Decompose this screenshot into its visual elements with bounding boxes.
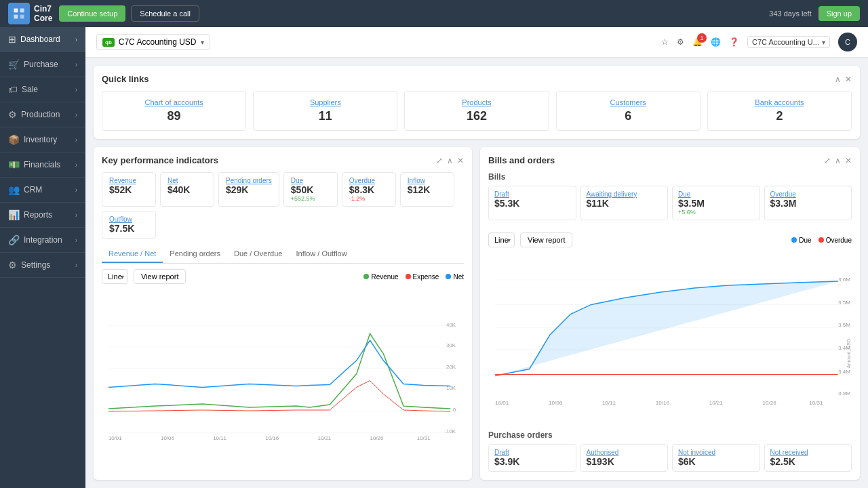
user-selector[interactable]: C7C Accounting U... ▾ <box>747 36 830 48</box>
quick-link-label[interactable]: Customers <box>564 98 693 106</box>
po-card-label[interactable]: Not invoiced <box>678 449 754 456</box>
kpi-tab-revenue-/-net[interactable]: Revenue / Net <box>102 245 163 263</box>
notification-bell[interactable]: 🔔 1 <box>692 37 703 47</box>
kpi-card-label[interactable]: Pending orders <box>226 177 272 184</box>
svg-text:10/26: 10/26 <box>370 435 384 441</box>
quick-link-label[interactable]: Chart of accounts <box>109 98 239 106</box>
kpi-card-value: $52K <box>109 184 149 195</box>
sidebar-item-crm[interactable]: 👥 CRM › <box>0 178 85 203</box>
kpi-tab-due-/-overdue[interactable]: Due / Overdue <box>227 245 290 263</box>
svg-text:10/06: 10/06 <box>161 435 174 441</box>
quick-link-label[interactable]: Products <box>412 98 541 106</box>
po-card: Not invoiced $6K <box>672 444 760 472</box>
kpi-cards: Revenue $52K Net $40K Pending orders $29… <box>102 172 464 239</box>
kpi-tab-pending-orders[interactable]: Pending orders <box>163 245 227 263</box>
sidebar-item-financials[interactable]: 💵 Financials › <box>0 152 85 178</box>
notification-count: 1 <box>697 33 707 43</box>
sidebar-item-label: CRM <box>24 185 42 195</box>
sidebar-item-integration[interactable]: 🔗 Integration › <box>0 228 85 253</box>
collapse-icon[interactable]: ∧ <box>835 75 841 84</box>
quick-link-value: 11 <box>260 109 390 123</box>
close-icon[interactable]: ✕ <box>845 75 852 84</box>
svg-text:10/16: 10/16 <box>265 435 279 441</box>
legend-dot <box>363 274 369 279</box>
settings-icon[interactable]: ⚙ <box>677 37 684 47</box>
sidebar-item-label: Dashboard <box>20 35 60 44</box>
bills-chart-type[interactable]: Line Bar <box>488 232 515 247</box>
bills-view-report-button[interactable]: View report <box>520 232 572 247</box>
sidebar-item-dashboard[interactable]: ⊞ Dashboard › <box>0 27 85 52</box>
bill-card-value: $3.5M <box>678 198 754 209</box>
collapse-icon[interactable]: ∧ <box>447 156 453 165</box>
chevron-right-icon: › <box>75 86 77 94</box>
quick-link-value: 6 <box>564 109 693 123</box>
bill-card-label[interactable]: Overdue <box>770 190 846 198</box>
bill-card-label[interactable]: Awaiting delivery <box>587 190 663 198</box>
quick-link-label[interactable]: Suppliers <box>260 98 390 106</box>
kpi-card-label[interactable]: Due <box>291 177 330 184</box>
svg-text:10/16: 10/16 <box>656 400 670 406</box>
signup-button[interactable]: Sign up <box>818 6 860 21</box>
svg-text:3.5M: 3.5M <box>838 300 850 306</box>
bills-label: Bills <box>488 172 852 182</box>
sidebar-item-inventory[interactable]: 📦 Inventory › <box>0 127 85 152</box>
bills-grid: Draft $5.3K Awaiting delivery $11K Due $… <box>488 186 852 220</box>
bill-card-value: $5.3K <box>494 198 570 209</box>
globe-icon[interactable]: 🌐 <box>711 37 721 47</box>
bill-card-label[interactable]: Due <box>678 190 754 198</box>
continue-setup-button[interactable]: Continue setup <box>59 5 125 22</box>
sidebar-item-inner: ⚙ Settings <box>8 260 50 270</box>
chevron-right-icon: › <box>75 211 77 219</box>
quick-link-card: Suppliers 11 <box>253 91 397 131</box>
po-card-label[interactable]: Draft <box>494 449 570 456</box>
kpi-chart-type[interactable]: Line Bar <box>102 269 128 284</box>
kpi-tab-inflow-/-outflow[interactable]: Inflow / Outflow <box>289 245 353 263</box>
help-icon[interactable]: ❓ <box>729 37 739 47</box>
collapse-icon[interactable]: ∧ <box>835 156 841 165</box>
kpi-view-report-button[interactable]: View report <box>134 269 186 284</box>
sidebar-item-settings[interactable]: ⚙ Settings › <box>0 253 85 278</box>
po-card-label[interactable]: Authorised <box>587 449 663 456</box>
svg-text:10/21: 10/21 <box>317 435 331 441</box>
kpi-card-label[interactable]: Overdue <box>349 177 389 184</box>
schedule-call-button[interactable]: Schedule a call <box>131 5 199 22</box>
po-card-label[interactable]: Not received <box>770 449 846 456</box>
sidebar-item-sale[interactable]: 🏷 Sale › <box>0 77 85 102</box>
svg-text:-10K: -10K <box>444 428 456 434</box>
kpi-title: Key performance indicators <box>102 155 218 165</box>
svg-text:10/06: 10/06 <box>549 400 563 406</box>
logo-area: Cin7 Core <box>8 3 52 24</box>
sidebar-item-inner: 📊 Reports <box>8 209 52 220</box>
star-icon[interactable]: ☆ <box>661 37 669 47</box>
sidebar-icon-integration: 🔗 <box>8 235 20 245</box>
kpi-card-label[interactable]: Net <box>167 177 207 184</box>
quick-link-card: Chart of accounts 89 <box>102 91 246 131</box>
chevron-right-icon: › <box>75 136 77 144</box>
kpi-card-label[interactable]: Inflow <box>408 177 447 184</box>
close-icon[interactable]: ✕ <box>457 156 464 165</box>
sidebar-item-production[interactable]: ⚙ Production › <box>0 102 85 127</box>
kpi-card-badge: -1.2% <box>349 195 389 202</box>
svg-text:10/31: 10/31 <box>809 400 823 406</box>
subheader-icons: ☆ ⚙ 🔔 1 🌐 ❓ C7C Accounting U... ▾ C <box>661 33 857 52</box>
po-card: Authorised $193K <box>580 444 669 472</box>
expand-icon[interactable]: ⤢ <box>436 156 443 165</box>
svg-text:3.5M: 3.5M <box>838 322 850 328</box>
quickbooks-selector[interactable]: qb C7C Accounting USD ▾ <box>96 34 210 50</box>
sidebar-item-purchase[interactable]: 🛒 Purchase › <box>0 52 85 77</box>
kpi-card-label[interactable]: Revenue <box>109 177 149 184</box>
quick-link-label[interactable]: Bank accounts <box>715 98 844 106</box>
user-avatar[interactable]: C <box>838 33 857 52</box>
quick-links-grid: Chart of accounts 89 Suppliers 11 Produc… <box>102 91 852 131</box>
kpi-card: Overdue $8.3K -1.2% <box>342 172 396 207</box>
sidebar-item-reports[interactable]: 📊 Reports › <box>0 203 85 228</box>
chevron-right-icon: › <box>75 36 77 43</box>
sidebar-item-label: Inventory <box>24 135 57 144</box>
expand-icon[interactable]: ⤢ <box>824 156 831 165</box>
close-icon[interactable]: ✕ <box>845 156 852 165</box>
svg-text:3.9M: 3.9M <box>838 390 850 396</box>
sidebar-icon-settings: ⚙ <box>8 260 17 270</box>
content-area: qb C7C Accounting USD ▾ ☆ ⚙ 🔔 1 🌐 ❓ C7C … <box>85 27 868 488</box>
kpi-card-label[interactable]: Outflow <box>109 216 149 223</box>
bill-card-label[interactable]: Draft <box>494 190 570 198</box>
